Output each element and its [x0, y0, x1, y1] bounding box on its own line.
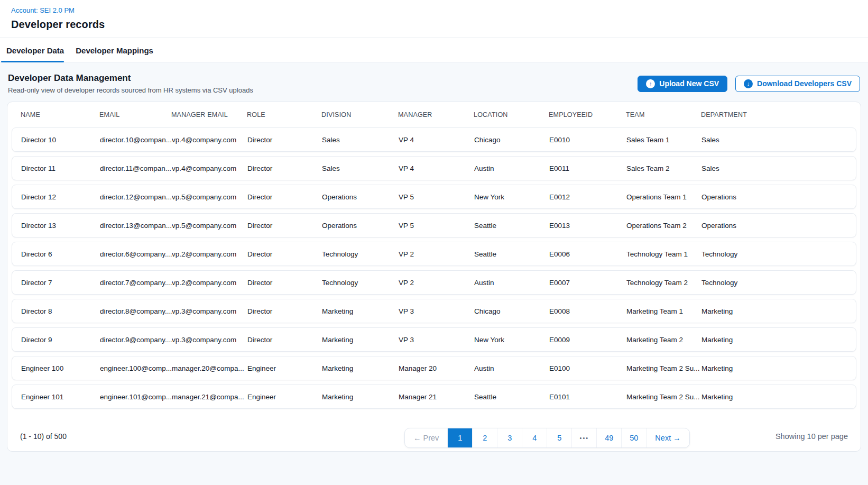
cell-manager: Manager 21: [399, 393, 474, 401]
cell-role: Director: [247, 307, 322, 315]
tabbar: Developer Data Developer Mappings: [0, 38, 868, 62]
pagination-page-50[interactable]: 50: [621, 428, 646, 447]
tab-developer-mappings[interactable]: Developer Mappings: [76, 38, 153, 62]
cell-team: Marketing Team 1: [626, 307, 701, 315]
cell-employeeid: E0009: [549, 336, 626, 344]
cell-division: Marketing: [322, 393, 399, 401]
cell-role: Director: [247, 164, 322, 172]
column-header-location: LOCATION: [474, 111, 549, 118]
cell-division: Technology: [322, 279, 399, 287]
cell-role: Director: [247, 222, 322, 230]
section-titles: Developer Data Management Read-only view…: [8, 73, 253, 94]
pagination-control: ← Prev12345•••4950Next →: [404, 428, 690, 448]
cell-division: Operations: [322, 222, 399, 230]
cell-employeeid: E0007: [549, 279, 626, 287]
cell-role: Director: [247, 336, 322, 344]
table-row: Director 11director.11@compan...vp.4@com…: [12, 156, 856, 180]
cell-manager-email: vp.3@company.com: [172, 336, 247, 344]
cell-manager: VP 4: [399, 136, 474, 144]
cell-email: director.12@compan...: [100, 193, 172, 201]
cell-division: Sales: [322, 164, 399, 172]
cell-team: Operations Team 2: [626, 222, 701, 230]
cell-location: New York: [474, 193, 549, 201]
pagination-page-5[interactable]: 5: [547, 428, 571, 447]
pagination-ellipsis: •••: [571, 428, 596, 447]
cell-manager: VP 4: [399, 164, 474, 172]
developer-table-panel: NAMEEMAILMANAGER EMAILROLEDIVISIONMANAGE…: [7, 102, 861, 452]
cell-department: Marketing: [701, 336, 847, 344]
cell-location: Chicago: [474, 136, 549, 144]
cell-manager-email: vp.4@company.com: [172, 136, 247, 144]
page-title: Developer records: [11, 19, 857, 31]
table-row: Director 6director.6@company....vp.2@com…: [12, 242, 856, 266]
cell-team: Technology Team 1: [626, 250, 701, 258]
column-header-email: EMAIL: [99, 111, 171, 118]
pagination-next-button[interactable]: Next →: [646, 428, 689, 447]
csv-actions: ↑ Upload New CSV ↓ Download Developers C…: [638, 76, 860, 92]
cell-division: Operations: [322, 193, 399, 201]
cell-manager-email: vp.4@company.com: [172, 164, 247, 172]
table-row: Director 13director.13@compan...vp.5@com…: [12, 213, 856, 237]
cell-name: Director 9: [21, 336, 100, 344]
cell-role: Director: [247, 279, 322, 287]
pagination-page-4[interactable]: 4: [522, 428, 547, 447]
cell-manager-email: vp.5@company.com: [172, 193, 247, 201]
pagination-page-3[interactable]: 3: [497, 428, 522, 447]
cell-email: engineer.100@comp...: [100, 364, 172, 372]
download-button-label: Download Developers CSV: [757, 79, 852, 88]
section-subtitle: Read-only view of developer records sour…: [8, 86, 253, 94]
cell-name: Director 10: [21, 136, 100, 144]
download-developers-csv-button[interactable]: ↓ Download Developers CSV: [735, 76, 860, 92]
column-header-team: TEAM: [626, 111, 701, 118]
content-area: Developer Data Management Read-only view…: [0, 62, 868, 485]
cell-team: Operations Team 1: [626, 193, 701, 201]
cell-location: Austin: [474, 279, 549, 287]
column-header-department: DEPARTMENT: [701, 111, 847, 118]
upload-icon: ↑: [646, 79, 655, 88]
column-header-role: ROLE: [247, 111, 321, 118]
cell-department: Sales: [701, 136, 847, 144]
pagination-page-49[interactable]: 49: [596, 428, 621, 447]
cell-email: director.7@company....: [100, 279, 172, 287]
table-row: Director 12director.12@compan...vp.5@com…: [12, 185, 856, 209]
table-row: Director 9director.9@company....vp.3@com…: [12, 327, 856, 352]
pagination-page-1[interactable]: 1: [447, 428, 472, 447]
cell-role: Director: [247, 193, 322, 201]
cell-team: Sales Team 2: [626, 164, 701, 172]
cell-department: Operations: [701, 193, 847, 201]
cell-name: Engineer 101: [21, 393, 100, 401]
cell-role: Director: [247, 250, 322, 258]
table-row: Engineer 100engineer.100@comp...manager.…: [12, 356, 856, 380]
upload-new-csv-button[interactable]: ↑ Upload New CSV: [638, 76, 727, 92]
pagination-page-2[interactable]: 2: [472, 428, 497, 447]
pagination-prev-button[interactable]: ← Prev: [405, 428, 447, 447]
account-link[interactable]: Account: SEI 2.0 PM: [11, 6, 75, 14]
cell-name: Engineer 100: [21, 364, 100, 372]
cell-department: Technology: [701, 250, 847, 258]
cell-location: New York: [474, 336, 549, 344]
cell-name: Director 11: [21, 164, 100, 172]
cell-team: Marketing Team 2 Su...: [626, 393, 701, 401]
cell-location: Seattle: [474, 222, 549, 230]
cell-name: Director 7: [21, 279, 100, 287]
cell-team: Marketing Team 2: [626, 336, 701, 344]
result-range-text: (1 - 10) of 500: [20, 432, 67, 441]
cell-department: Marketing: [701, 307, 847, 315]
tab-developer-data[interactable]: Developer Data: [6, 38, 64, 62]
cell-email: director.8@company....: [100, 307, 172, 315]
cell-email: director.11@compan...: [100, 164, 172, 172]
cell-name: Director 6: [21, 250, 100, 258]
cell-department: Technology: [701, 279, 847, 287]
cell-department: Marketing: [701, 364, 847, 372]
cell-email: director.10@compan...: [100, 136, 172, 144]
column-header-name: NAME: [21, 111, 99, 118]
cell-manager: VP 2: [399, 279, 474, 287]
per-page-text: Showing 10 per page: [775, 432, 848, 441]
cell-manager-email: vp.3@company.com: [172, 307, 247, 315]
cell-employeeid: E0010: [549, 136, 626, 144]
cell-role: Engineer: [247, 364, 322, 372]
cell-team: Technology Team 2: [626, 279, 701, 287]
cell-department: Marketing: [701, 393, 847, 401]
cell-location: Austin: [474, 364, 549, 372]
cell-manager: VP 2: [399, 250, 474, 258]
